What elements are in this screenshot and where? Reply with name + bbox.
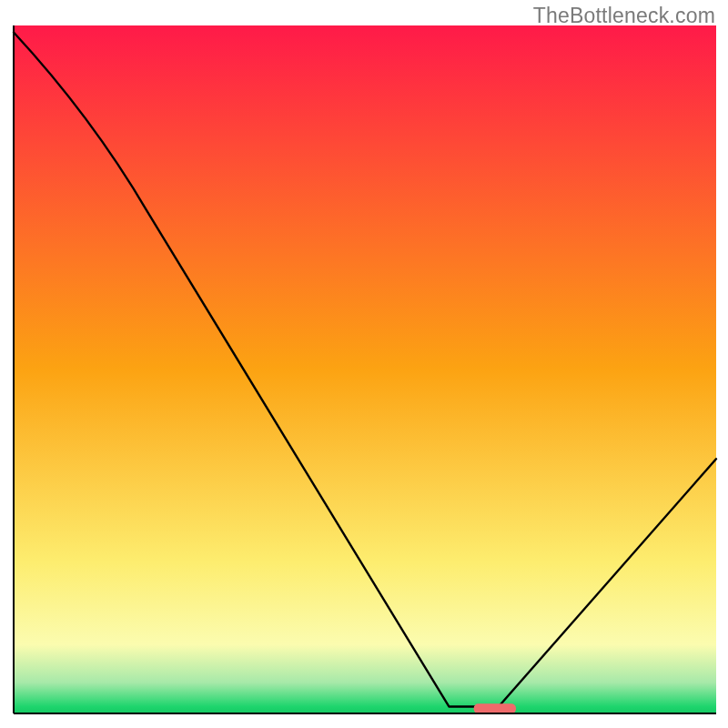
chart-container: TheBottleneck.com: [0, 0, 728, 728]
gradient-background: [14, 25, 716, 713]
bottleneck-chart: [0, 0, 728, 728]
watermark-text: TheBottleneck.com: [533, 4, 715, 28]
optimal-marker: [474, 703, 516, 713]
